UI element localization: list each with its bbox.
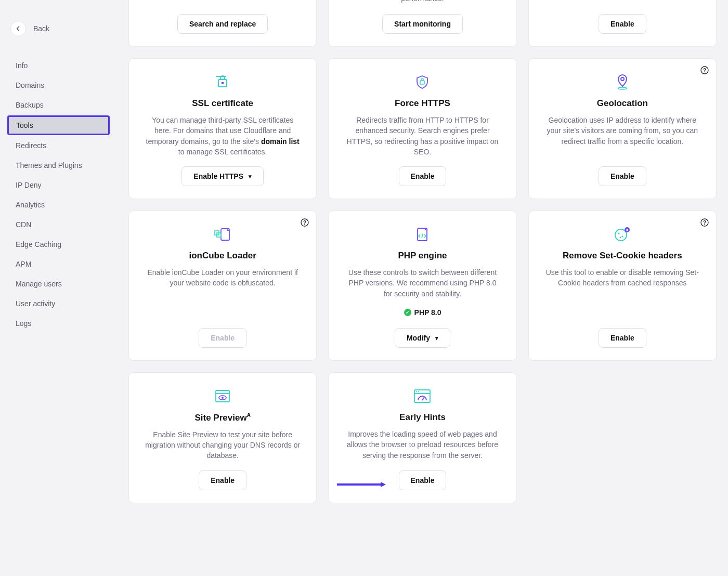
enable-button[interactable]: Enable [399, 166, 447, 186]
svg-marker-30 [381, 482, 386, 487]
card-title: Early Hints [399, 412, 446, 423]
php-version-label: PHP 8.0 [414, 308, 441, 317]
sidebar-item-info[interactable]: Info [7, 56, 110, 75]
cube-file-icon [213, 226, 232, 243]
sidebar-item-manage-users[interactable]: Manage users [7, 274, 110, 293]
tools-grid: pain. Search and replace your website. U… [128, 0, 717, 503]
sidebar-item-edge-caching[interactable]: Edge Caching [7, 235, 110, 254]
card-desc: your website. Use with care as it impact… [344, 0, 500, 4]
back-button[interactable]: Back [7, 21, 110, 36]
sidebar-item-redirects[interactable]: Redirects [7, 136, 110, 155]
card-desc: pain. [215, 0, 230, 1]
card-php-engine: PHP engine Use these controls to switch … [328, 211, 516, 361]
card-desc: Geolocation uses IP address to identify … [544, 115, 700, 147]
svg-point-16 [618, 233, 619, 234]
card-desc: Redirects traffic from HTTP to HTTPS for… [344, 115, 500, 157]
enable-button[interactable]: Enable [199, 470, 246, 490]
card-top-enable: Enable [528, 0, 717, 47]
domain-list-link[interactable]: domain list [261, 137, 300, 146]
cookie-remove-icon [614, 226, 631, 243]
svg-text:?: ? [703, 68, 706, 73]
arrow-left-icon [10, 21, 26, 36]
card-title: Geolocation [597, 98, 648, 109]
card-early-hints: Early Hints Improves the loading speed o… [328, 372, 516, 503]
sidebar-item-domains[interactable]: Domains [7, 76, 110, 95]
help-icon[interactable]: ? [700, 66, 709, 74]
svg-rect-1 [222, 82, 224, 84]
help-icon[interactable]: ? [301, 218, 309, 227]
sidebar: Back Info Domains Backups Tools Redirect… [0, 0, 117, 576]
svg-point-18 [620, 237, 621, 238]
lock-cert-icon [213, 73, 232, 91]
card-search-replace: pain. Search and replace [128, 0, 317, 47]
svg-point-26 [416, 391, 417, 392]
card-desc: Enable Site Preview to test your site be… [145, 429, 301, 461]
browser-eye-icon [214, 387, 231, 405]
sidebar-item-apm[interactable]: APM [7, 255, 110, 273]
check-circle-icon: ✓ [404, 309, 411, 316]
svg-text:?: ? [303, 220, 306, 226]
sidebar-item-user-activity[interactable]: User activity [7, 294, 110, 313]
card-force-https: Force HTTPS Redirects traffic from HTTP … [328, 58, 516, 199]
card-desc: Use these controls to switch between dif… [344, 267, 500, 299]
card-monitoring: your website. Use with care as it impact… [328, 0, 516, 47]
sidebar-item-backups[interactable]: Backups [7, 96, 110, 114]
enable-button[interactable]: Enable [399, 470, 447, 490]
card-title: Force HTTPS [395, 98, 450, 109]
card-remove-set-cookie: ? Remove Set-Cookie headers Use this too… [528, 211, 717, 361]
card-desc: You can manage third-party SSL certifica… [145, 115, 301, 157]
card-desc: Use this tool to enable or disable remov… [544, 267, 700, 289]
search-replace-button[interactable]: Search and replace [177, 14, 268, 34]
annotation-arrow-icon [337, 482, 386, 486]
enable-button[interactable]: Enable [599, 328, 646, 348]
card-ioncube-loader: ? ionCube Loader Enable ionCube Loader o… [128, 211, 317, 361]
svg-rect-2 [420, 81, 424, 84]
shield-lock-icon [414, 73, 430, 91]
card-site-preview: Site PreviewA Enable Site Preview to tes… [128, 372, 317, 503]
back-label: Back [33, 24, 49, 33]
sidebar-item-cdn[interactable]: CDN [7, 215, 110, 234]
sidebar-item-analytics[interactable]: Analytics [7, 195, 110, 214]
card-title: SSL certificate [192, 98, 253, 109]
svg-point-23 [222, 397, 224, 399]
enable-https-dropdown[interactable]: Enable HTTPS ▾ [181, 166, 264, 186]
svg-point-17 [621, 236, 623, 238]
svg-point-27 [418, 391, 419, 392]
help-icon[interactable]: ? [700, 218, 709, 227]
sidebar-item-logs[interactable]: Logs [7, 314, 110, 333]
enable-button: Enable [199, 328, 246, 348]
sidebar-item-tools[interactable]: Tools [7, 115, 110, 135]
card-ssl-certificate: SSL certificate You can manage third-par… [128, 58, 317, 199]
card-title: ionCube Loader [189, 251, 256, 261]
enable-button[interactable]: Enable [599, 14, 646, 34]
svg-line-28 [422, 397, 424, 400]
svg-point-6 [618, 87, 627, 89]
sidebar-nav: Info Domains Backups Tools Redirects The… [7, 56, 110, 333]
svg-point-5 [621, 77, 624, 81]
map-pin-icon [615, 73, 630, 91]
enable-button[interactable]: Enable [599, 166, 646, 186]
card-title: Remove Set-Cookie headers [563, 251, 682, 261]
start-monitoring-button[interactable]: Start monitoring [382, 14, 463, 34]
chevron-down-icon: ▾ [435, 335, 438, 342]
chevron-down-icon: ▾ [249, 173, 252, 180]
browser-speed-icon [412, 387, 432, 405]
card-desc: Improves the loading speed of web pages … [344, 429, 500, 461]
svg-text:?: ? [703, 220, 706, 226]
card-title: Site PreviewA [194, 412, 250, 423]
php-status: ✓ PHP 8.0 [404, 308, 441, 317]
modify-dropdown[interactable]: Modify ▾ [395, 328, 450, 348]
main-content: pain. Search and replace your website. U… [117, 0, 728, 576]
card-title: PHP engine [398, 251, 447, 261]
code-file-icon [414, 226, 430, 243]
sidebar-item-ip-deny[interactable]: IP Deny [7, 176, 110, 194]
sidebar-item-themes-plugins[interactable]: Themes and Plugins [7, 156, 110, 175]
card-geolocation: ? Geolocation Geolocation uses IP addres… [528, 58, 717, 199]
card-desc: Enable ionCube Loader on your environmen… [145, 267, 301, 289]
